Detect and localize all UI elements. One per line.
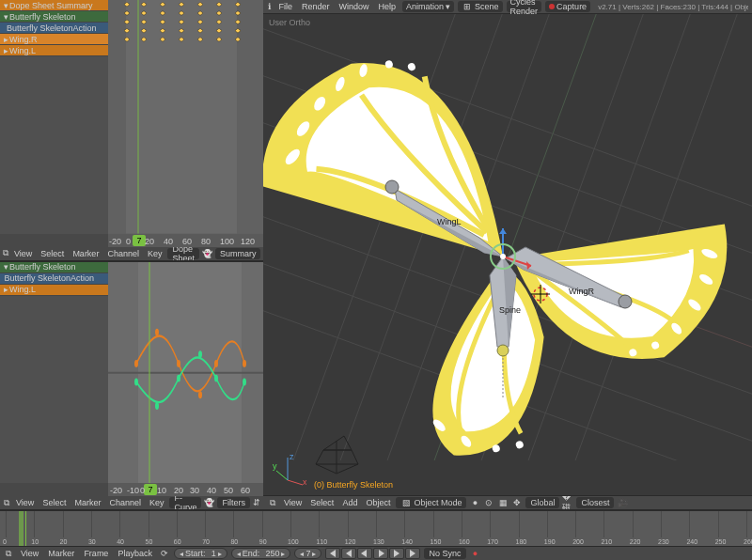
menu-key[interactable]: Key [147,498,167,507]
menu-object[interactable]: Object [363,498,393,507]
graph-curve-area[interactable] [108,262,263,483]
channel-action[interactable]: Butterfly SkeletonAction [0,23,108,34]
menu-help[interactable]: Help [376,2,400,11]
timeline-track[interactable]: 0102030405060708090100110120130140150160… [0,511,752,546]
channel-summary[interactable]: ▾Dope Sheet Summary [0,0,108,11]
menu-marker[interactable]: Marker [70,249,102,258]
channel-skeleton[interactable]: ▾Butterfly Skeleton [0,11,108,23]
play-reverse-button[interactable] [357,548,372,559]
scene-dropdown[interactable]: ⊞Scene [458,1,503,12]
graph-ruler[interactable]: 7 -20-100102030405060 [0,483,263,496]
view-label: User Ortho [269,18,310,27]
engine-dropdown[interactable]: Cycles Render [507,1,542,12]
end-frame-field[interactable]: ◂End: 250▸ [231,548,291,559]
camera-object [306,422,372,478]
channel-skeleton[interactable]: ▾Butterfly Skeleton [0,262,108,273]
channel-wing-r[interactable]: ▸Wing.R [0,34,108,45]
editor-type-icon[interactable]: ⧉ [3,248,8,259]
jump-end-button[interactable] [405,548,420,559]
menu-view[interactable]: View [11,249,35,258]
dope-filter[interactable]: Summary [215,248,261,259]
dope-mode-dropdown[interactable]: Dope Sheet [167,248,199,259]
svg-line-90 [276,471,288,480]
svg-line-88 [288,480,303,485]
blender-icon[interactable]: ℹ [267,1,272,12]
normalize-icon[interactable]: ⇵ [253,497,260,508]
info-header: ℹ File Render Window Help Animation▾ ⊞Sc… [263,0,752,14]
svg-point-18 [177,360,180,367]
channel-label: Wing.R [9,35,38,44]
timeline-editor: 0102030405060708090100110120130140150160… [0,509,752,560]
playback-controls [325,548,420,559]
stats-text: v2.71 | Verts:262 | Faces:230 | Tris:444… [598,3,748,11]
menu-playback[interactable]: Playback [115,549,155,558]
channel-action[interactable]: Butterfly SkeletonAction [0,273,108,285]
menu-channel[interactable]: Channel [106,498,144,507]
ghost-icon[interactable]: 👻 [204,497,214,508]
playhead-frame: 7 [136,236,141,245]
graph-mode-dropdown[interactable]: F-Curve [169,497,201,508]
menu-window[interactable]: Window [337,2,372,11]
menu-view[interactable]: View [13,498,37,507]
shading-sphere-icon[interactable]: ● [469,497,480,508]
orientation-dropdown[interactable]: Global [525,497,559,508]
viewport-3d[interactable]: Spine WingL WingR [263,14,752,495]
menu-render[interactable]: Render [299,2,333,11]
menu-channel[interactable]: Channel [104,249,142,258]
manipulator-icon[interactable]: ✥ [511,497,523,508]
menu-view[interactable]: View [18,549,41,558]
snap-magnet-icon[interactable]: �磁 [562,497,573,508]
pivot-icon[interactable]: ⊙ [483,497,494,508]
menu-select[interactable]: Select [38,249,67,258]
menu-select[interactable]: Select [307,498,337,507]
graph-footer: ⧉ View Select Marker Channel Key F-Curve… [0,496,263,509]
timeline-footer: ⧉ View Marker Frame Playback ⟳ ◂Start: 1… [0,546,752,560]
layout-dropdown[interactable]: Animation▾ [402,1,454,12]
timeline-playhead[interactable] [25,511,26,546]
play-button[interactable] [373,548,388,559]
mode-dropdown[interactable]: ▧Object Mode [396,497,466,508]
snap-mode-dropdown[interactable]: Closest [576,497,614,508]
menu-select[interactable]: Select [39,498,69,507]
dope-keyframe-area[interactable] [108,0,263,234]
svg-point-53 [407,62,416,71]
start-frame-field[interactable]: ◂Start: 1▸ [174,548,227,559]
jump-start-button[interactable] [325,548,340,559]
menu-marker[interactable]: Marker [71,498,103,507]
render-icon[interactable]: 🎥 [617,497,628,508]
svg-point-23 [155,402,159,410]
menu-add[interactable]: Add [339,498,360,507]
capture-button[interactable]: Capture [545,1,590,12]
scene-icon: ⊞ [462,1,473,12]
svg-marker-84 [323,436,352,450]
menu-view[interactable]: View [281,498,305,507]
svg-text:y: y [273,461,277,471]
svg-point-24 [177,374,180,381]
layers-icon[interactable]: ▦ [497,497,509,508]
selected-object-label: (0) Butterfly Skeleton [314,480,393,490]
menu-key[interactable]: Key [145,249,165,258]
next-keyframe-button[interactable] [389,548,404,559]
menu-marker[interactable]: Marker [45,549,77,558]
prev-keyframe-button[interactable] [341,548,356,559]
svg-point-70 [385,180,399,194]
channel-wing-l[interactable]: ▸Wing.L [0,285,108,296]
autokey-icon[interactable]: ● [470,548,481,559]
channel-wing-l[interactable]: ▸Wing.L [0,45,108,56]
channel-label: Butterfly Skeleton [9,12,76,22]
graph-filters[interactable]: Filters [217,497,250,508]
dope-ruler[interactable]: 7 -20020406080100120 [0,234,263,247]
menu-frame[interactable]: Frame [81,549,111,558]
svg-point-25 [198,350,202,358]
timeline-start-handle[interactable] [19,511,24,546]
svg-point-16 [134,360,138,367]
menu-file[interactable]: File [275,2,295,11]
current-frame-field[interactable]: ◂7▸ [294,548,321,559]
sync-dropdown[interactable]: No Sync [424,548,465,559]
editor-type-icon[interactable]: ⧉ [3,548,14,559]
editor-type-icon[interactable]: ⧉ [267,497,278,508]
cube-icon: ▧ [400,497,412,508]
editor-type-icon[interactable]: ⧉ [3,497,10,508]
ghost-icon[interactable]: 👻 [202,248,212,259]
sync-icon[interactable]: ⟳ [159,548,170,559]
